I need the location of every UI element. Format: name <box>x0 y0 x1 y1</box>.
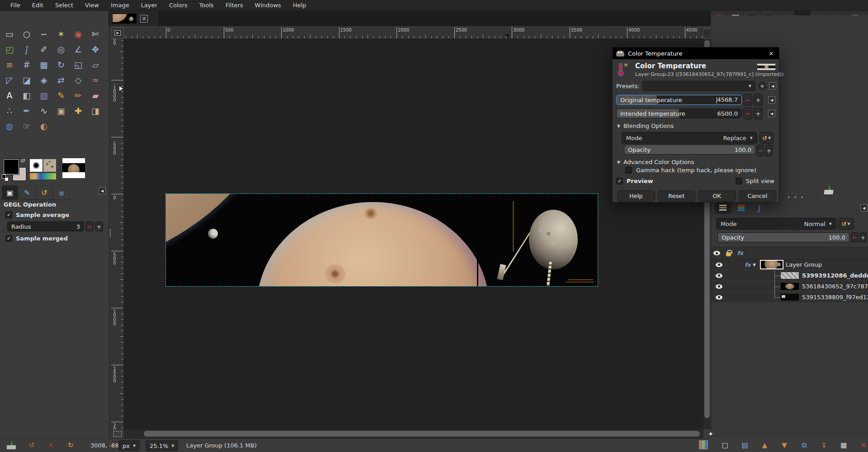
redo-icon[interactable]: ↻ <box>66 441 75 450</box>
tool-align[interactable]: ≡ <box>1 57 18 72</box>
swap-colors-icon[interactable]: ⇄ <box>21 157 25 164</box>
presets-menu-button[interactable]: ◀ <box>769 82 776 89</box>
layer-row[interactable]: 53993912086_dedde6f5bc_c.j <box>711 270 868 281</box>
raise-layer-button[interactable]: ▲ <box>760 441 770 449</box>
ok-button[interactable]: OK <box>698 190 736 202</box>
layer-name[interactable]: 53915338809_f97ed12cb1_c.jpg <box>802 294 868 301</box>
mode-reset-button[interactable]: ↺ ▼ <box>760 132 774 144</box>
navigation-corner-icon[interactable]: ✦ <box>703 429 718 438</box>
tool-move[interactable]: ✥ <box>87 42 104 57</box>
export-status-icon[interactable]: ↓ <box>823 185 834 195</box>
tool-rotate[interactable]: ↻ <box>52 57 70 72</box>
tool-shear[interactable]: ▱ <box>87 57 104 72</box>
menu-help[interactable]: Help <box>287 1 312 9</box>
brush-preview[interactable] <box>30 159 42 172</box>
layer-name[interactable]: Layer Group <box>786 261 822 268</box>
layer-thumbnail[interactable] <box>781 283 799 290</box>
tool-cage-transform[interactable]: ◇ <box>70 72 87 88</box>
vertical-ruler[interactable]: -1500-1000-5000500100015002000 <box>111 39 124 429</box>
lock-pixels-toggle[interactable] <box>711 247 723 259</box>
menu-filters[interactable]: Filters <box>220 1 249 9</box>
tool-handle-transform[interactable]: ◈ <box>35 72 52 88</box>
cancel-icon[interactable]: ✕ <box>46 441 55 450</box>
tool-ink[interactable]: ✒ <box>18 103 35 118</box>
layer-thumbnail[interactable] <box>781 272 799 279</box>
layers-dock-menu-button[interactable]: ◀ <box>860 204 868 212</box>
cancel-button[interactable]: Cancel <box>739 190 777 202</box>
orig-temp-menu-button[interactable]: ◀ <box>768 96 775 104</box>
layer-row[interactable]: 53915338809_f97ed12cb1_c.jpg <box>711 292 868 303</box>
intended-temp-menu-button[interactable]: ◀ <box>768 110 775 117</box>
tool-perspective-clone[interactable]: ◨ <box>87 103 104 118</box>
merge-down-button[interactable]: ⇓ <box>819 441 829 449</box>
layer-mask-button[interactable]: ▩ <box>839 441 849 449</box>
layer-thumbnail[interactable] <box>781 294 799 301</box>
blend-mode-dropdown[interactable]: Mode Replace ▼ <box>622 132 757 144</box>
tab-channels[interactable] <box>733 202 749 214</box>
visibility-toggle[interactable] <box>711 273 726 278</box>
layer-name[interactable]: 53618430652_97c787f991_c.jpg <box>802 283 868 290</box>
intended-temp-increment-button[interactable]: + <box>754 108 763 119</box>
undo-history-tab[interactable]: ↺ <box>36 185 52 200</box>
opacity-decrement-button[interactable]: − <box>851 232 858 242</box>
tool-paintbrush[interactable]: ✏ <box>70 88 87 103</box>
presets-dropdown[interactable]: ▼ <box>642 81 755 91</box>
device-status-tab[interactable]: ✎ <box>19 185 35 200</box>
tool-ellipse-select[interactable]: ○ <box>18 26 35 42</box>
visibility-toggle[interactable] <box>711 263 726 267</box>
radius-increment-button[interactable]: + <box>95 221 103 231</box>
layer-opacity-slider[interactable]: Opacity 100.0 <box>717 232 849 242</box>
radius-decrement-button[interactable]: − <box>85 221 94 231</box>
dock-drag-handle[interactable]: • • • <box>787 194 805 201</box>
image-window-tab[interactable]: ✕ <box>109 11 159 26</box>
canvas-image[interactable] <box>166 194 598 286</box>
menu-edit[interactable]: Edit <box>26 1 49 9</box>
mode-reset-button[interactable]: ↺ ▼ <box>838 218 854 230</box>
opacity-increment-button[interactable]: + <box>765 145 773 156</box>
visibility-toggle[interactable] <box>711 295 726 300</box>
tool-warp-transform[interactable]: ≈ <box>87 72 104 88</box>
tool-unified-transform[interactable]: ▦ <box>35 57 52 72</box>
group-expander-icon[interactable]: ▼ <box>753 263 761 267</box>
tool-measure[interactable]: ∠ <box>70 42 87 57</box>
ruler-corner-button[interactable]: ▶ <box>111 27 124 39</box>
tool-rectangle-select[interactable]: ▭ <box>1 26 18 42</box>
radius-slider[interactable]: Radius 3 <box>7 221 84 231</box>
horizontal-scrollbar-thumb[interactable] <box>144 431 700 437</box>
sample-average-checkbox[interactable]: ✓ <box>5 212 12 218</box>
tool-mypaint-brush[interactable]: ∿ <box>35 103 52 118</box>
menu-layer[interactable]: Layer <box>135 1 163 9</box>
dock-menu-button[interactable]: ◀ <box>99 187 106 194</box>
advanced-color-options-expander[interactable]: ▼ Advanced Color Options <box>617 159 694 165</box>
export-icon[interactable]: ↓ <box>6 441 16 450</box>
tool-free-select[interactable]: ∽ <box>35 26 52 42</box>
tool-bucket-fill[interactable]: ◧ <box>18 88 35 103</box>
split-view-checkbox[interactable] <box>736 178 742 184</box>
layer-row[interactable]: 53618430652_97c787f991_c.jpg <box>711 281 868 292</box>
tool-crop[interactable]: # <box>18 57 35 72</box>
layer-mode-dropdown[interactable]: Mode Normal ▼ <box>716 218 836 230</box>
menu-windows[interactable]: Windows <box>249 1 287 9</box>
tool-airbrush[interactable]: ∴ <box>1 103 18 118</box>
help-button[interactable]: Help <box>617 190 655 202</box>
menu-colors[interactable]: Colors <box>163 1 193 9</box>
tool-3d-transform[interactable]: ◪ <box>18 72 35 88</box>
tool-dodge-burn[interactable]: ◐ <box>35 118 52 134</box>
menu-select[interactable]: Select <box>49 1 79 9</box>
close-image-icon[interactable]: ✕ <box>140 15 148 23</box>
tool-heal[interactable]: ✚ <box>70 103 87 118</box>
undo-icon[interactable]: ↺ <box>27 441 36 450</box>
duplicate-layer-button[interactable]: ⧉ <box>799 441 809 449</box>
lower-layer-button[interactable]: ▼ <box>779 441 789 449</box>
add-preset-button[interactable]: + <box>758 82 766 90</box>
reset-button[interactable]: Reset <box>658 190 696 202</box>
unit-dropdown[interactable]: px ▼ <box>118 440 140 451</box>
menu-file[interactable]: File <box>5 1 26 9</box>
original-temperature-slider[interactable]: Original temperature 4568.7 <box>616 95 742 105</box>
gradient-preview[interactable] <box>30 173 56 179</box>
tool-scissors-select[interactable]: ✄ <box>87 26 104 42</box>
opacity-decrement-button[interactable]: − <box>757 145 764 156</box>
tool-eraser[interactable]: ▰ <box>87 88 104 103</box>
new-group-button[interactable]: ▤ <box>740 441 750 449</box>
tool-zoom[interactable]: ◎ <box>52 42 70 57</box>
